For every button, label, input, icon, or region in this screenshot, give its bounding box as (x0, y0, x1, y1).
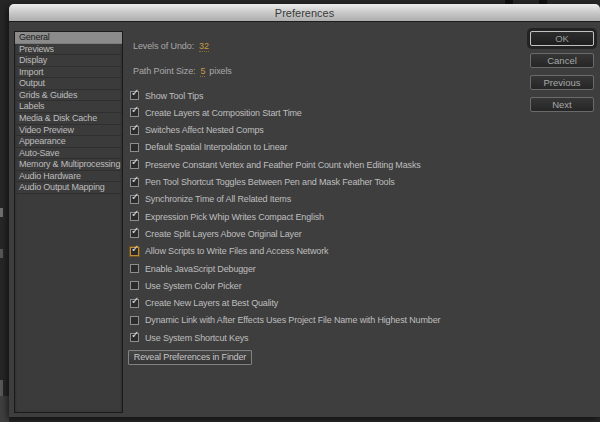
checkbox[interactable] (130, 281, 139, 290)
screen: Preferences GeneralPreviewsDisplayImport… (0, 0, 600, 422)
dialog-titlebar[interactable]: Preferences (9, 4, 600, 22)
checkbox-row: ✓Switches Affect Nested Comps (130, 124, 264, 137)
checkbox[interactable]: ✓ (130, 178, 139, 187)
checkbox[interactable]: ✓ (130, 229, 139, 238)
checkmark-icon: ✓ (131, 226, 139, 236)
checkbox-label: Show Tool Tips (145, 91, 203, 101)
sidebar-item-display[interactable]: Display (15, 55, 122, 67)
checkbox[interactable]: ✓ (130, 212, 139, 221)
checkbox[interactable]: ✓ (130, 108, 139, 117)
checkbox[interactable]: ✓ (130, 91, 139, 100)
cancel-button[interactable]: Cancel (530, 53, 594, 68)
sidebar-item-video-preview[interactable]: Video Preview (15, 125, 122, 137)
checkmark-icon: ✓ (131, 175, 139, 185)
checkbox[interactable]: ✓ (130, 333, 139, 342)
background-panel-mark (0, 249, 3, 258)
checkbox-label: Create Split Layers Above Original Layer (145, 229, 302, 239)
checkbox-label: Use System Color Picker (145, 281, 242, 291)
checkbox-label: Synchronize Time of All Related Items (145, 194, 291, 204)
checkbox-row: Dynamic Link with After Effects Uses Pro… (130, 314, 440, 327)
checkbox[interactable]: ✓ (130, 126, 139, 135)
checkmark-icon: ✓ (131, 192, 139, 202)
checkbox[interactable]: ✓ (130, 247, 139, 256)
path-point-size-label: Path Point Size: (133, 66, 195, 76)
sidebar-item-previews[interactable]: Previews (15, 44, 122, 56)
checkmark-icon: ✓ (131, 88, 139, 98)
checkmark-icon: ✓ (131, 157, 139, 167)
sidebar-item-auto-save[interactable]: Auto-Save (15, 148, 122, 160)
checkbox-label: Expression Pick Whip Writes Compact Engl… (145, 212, 324, 222)
checkbox-row: ✓Use System Shortcut Keys (130, 331, 248, 344)
checkbox-row: Default Spatial Interpolation to Linear (130, 141, 287, 154)
checkbox-label: Default Spatial Interpolation to Linear (145, 142, 287, 152)
checkbox[interactable] (130, 143, 139, 152)
checkbox[interactable]: ✓ (130, 195, 139, 204)
checkbox-row: ✓Create Split Layers Above Original Laye… (130, 227, 302, 240)
levels-of-undo-label: Levels of Undo: (133, 41, 194, 51)
checkbox-row: ✓Preserve Constant Vertex and Feather Po… (130, 158, 421, 171)
checkmark-icon: ✓ (131, 296, 139, 306)
checkmark-icon: ✓ (131, 123, 139, 133)
sidebar-item-memory-multiprocessing[interactable]: Memory & Multiprocessing (15, 159, 122, 171)
sidebar-item-output[interactable]: Output (15, 78, 122, 90)
checkbox-label: Use System Shortcut Keys (145, 333, 248, 343)
dialog-title: Preferences (275, 7, 334, 19)
checkbox-row: ✓Allow Scripts to Write Files and Access… (130, 245, 328, 258)
path-point-size-field: Path Point Size:5pixels (133, 66, 232, 78)
sidebar-item-labels[interactable]: Labels (15, 101, 122, 113)
checkmark-icon: ✓ (131, 244, 139, 254)
checkbox-row: ✓Create Layers at Composition Start Time (130, 106, 302, 119)
preferences-dialog: Preferences GeneralPreviewsDisplayImport… (9, 4, 600, 417)
sidebar-item-media-disk-cache[interactable]: Media & Disk Cache (15, 113, 122, 125)
sidebar-item-general[interactable]: General (15, 32, 122, 44)
checkbox-row: ✓Expression Pick Whip Writes Compact Eng… (130, 210, 324, 223)
checkbox-row: Use System Color Picker (130, 279, 242, 292)
levels-of-undo-field: Levels of Undo:32 (133, 41, 213, 53)
checkbox-label: Switches Affect Nested Comps (145, 125, 264, 135)
reveal-preferences-button[interactable]: Reveal Preferences in Finder (128, 350, 252, 365)
levels-of-undo-value[interactable]: 32 (199, 41, 209, 52)
checkbox-label: Create Layers at Composition Start Time (145, 108, 302, 118)
background-panel-corner (0, 396, 9, 422)
checkbox-label: Pen Tool Shortcut Toggles Between Pen an… (145, 177, 395, 187)
sidebar-item-appearance[interactable]: Appearance (15, 136, 122, 148)
sidebar-item-audio-hardware[interactable]: Audio Hardware (15, 171, 122, 183)
path-point-size-value[interactable]: 5 (200, 66, 205, 77)
checkbox-row: Enable JavaScript Debugger (130, 262, 256, 275)
checkmark-icon: ✓ (131, 330, 139, 340)
category-list: GeneralPreviewsDisplayImportOutputGrids … (14, 31, 123, 413)
checkmark-icon: ✓ (131, 105, 139, 115)
checkmark-icon: ✓ (131, 209, 139, 219)
checkbox-row: ✓Create New Layers at Best Quality (130, 297, 278, 310)
checkbox[interactable]: ✓ (130, 160, 139, 169)
sidebar-item-import[interactable]: Import (15, 67, 122, 79)
checkbox-label: Preserve Constant Vertex and Feather Poi… (145, 160, 421, 170)
checkbox-row: ✓Synchronize Time of All Related Items (130, 193, 291, 206)
checkbox[interactable] (130, 316, 139, 325)
checkbox[interactable]: ✓ (130, 299, 139, 308)
previous-button[interactable]: Previous (530, 75, 594, 90)
next-button[interactable]: Next (530, 97, 594, 112)
sidebar-item-audio-output-mapping[interactable]: Audio Output Mapping (15, 182, 122, 194)
checkbox-label: Dynamic Link with After Effects Uses Pro… (145, 315, 440, 325)
path-point-size-suffix: pixels (209, 66, 231, 76)
background-panel-mark (0, 208, 3, 217)
ok-button[interactable]: OK (530, 31, 594, 46)
sidebar-item-grids-guides[interactable]: Grids & Guides (15, 90, 122, 102)
checkbox-label: Enable JavaScript Debugger (145, 264, 256, 274)
checkbox-label: Allow Scripts to Write Files and Access … (145, 246, 328, 256)
checkbox-row: ✓Show Tool Tips (130, 89, 203, 102)
checkbox[interactable] (130, 264, 139, 273)
checkbox-label: Create New Layers at Best Quality (145, 298, 278, 308)
checkbox-row: ✓Pen Tool Shortcut Toggles Between Pen a… (130, 176, 395, 189)
